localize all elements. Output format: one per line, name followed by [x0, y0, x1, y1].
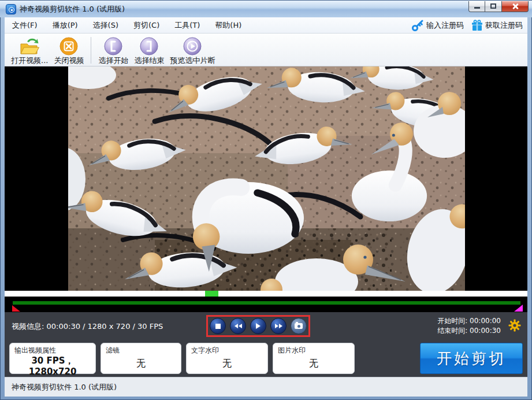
fast-forward-button[interactable] [270, 318, 287, 334]
timeline-progress [13, 301, 520, 305]
playback-controls-highlight [206, 315, 310, 337]
video-info: 视频信息: 00:00:30 / 1280 x 720 / 30 FPS [12, 321, 163, 332]
settings-button[interactable] [508, 319, 521, 332]
app-logo-icon [6, 4, 16, 14]
filter-card[interactable]: 滤镜 无 [101, 343, 181, 374]
start-time-value: 00:00:00 [470, 317, 501, 325]
minimize-icon [474, 7, 480, 9]
window-content: 文件(F) 播放(P) 选择(S) 剪切(C) 工具(T) 帮助(H) [5, 17, 527, 397]
menu-cut[interactable]: 剪切(C) [126, 17, 167, 33]
window-controls [468, 1, 529, 12]
open-video-button[interactable]: 打开视频... [8, 36, 51, 65]
image-watermark-title: 图片水印 [278, 346, 349, 355]
start-time-label: 开始时间: [437, 317, 467, 325]
get-registration-link[interactable]: 获取注册码 [471, 20, 523, 32]
text-watermark-value: 无 [191, 355, 263, 372]
camera-icon [295, 323, 303, 329]
end-time-label: 结束时间: [437, 327, 467, 335]
output-properties-card[interactable]: 输出视频属性 30 FPS，1280x720 [9, 343, 96, 374]
gift-icon [471, 20, 483, 32]
start-cut-button[interactable]: 开始剪切 [420, 343, 523, 374]
select-start-icon [103, 36, 123, 56]
window-title: 神奇视频剪切软件 1.0 (试用版) [20, 1, 125, 17]
start-marker-handle[interactable] [12, 305, 20, 312]
menu-play[interactable]: 播放(P) [45, 17, 85, 33]
position-strip[interactable] [5, 291, 527, 297]
video-info-value: 00:00:30 / 1280 x 720 / 30 FPS [47, 322, 163, 331]
open-video-icon [19, 36, 40, 56]
filter-value: 无 [106, 355, 176, 372]
stop-button[interactable] [210, 318, 226, 334]
toolbar: 打开视频... 关闭视频 [5, 34, 527, 66]
maximize-button[interactable] [485, 1, 502, 12]
status-text: 神奇视频剪切软件 1.0 (试用版) [5, 382, 117, 392]
menu-file[interactable]: 文件(F) [5, 17, 45, 33]
filter-title: 滤镜 [106, 346, 176, 355]
preview-clip-button[interactable]: 预览选中片断 [167, 36, 218, 65]
status-bar: 神奇视频剪切软件 1.0 (试用版) [5, 377, 527, 397]
menu-select[interactable]: 选择(S) [85, 17, 126, 33]
preview-clip-icon [183, 36, 202, 56]
minimize-button[interactable] [468, 1, 485, 12]
select-start-button[interactable]: 选择开始 [95, 36, 131, 65]
rewind-button[interactable] [230, 318, 246, 334]
close-icon [512, 3, 519, 10]
control-panel: 视频信息: 00:00:30 / 1280 x 720 / 30 FPS 开始时… [5, 312, 527, 377]
select-end-icon [139, 36, 159, 56]
video-info-label: 视频信息: [12, 322, 44, 331]
output-properties-title: 输出视频属性 [14, 346, 91, 355]
cards-spacer [359, 343, 415, 374]
end-time-value: 00:00:30 [470, 327, 501, 335]
menu-tools[interactable]: 工具(T) [167, 17, 207, 33]
end-marker-handle[interactable] [514, 305, 523, 312]
snapshot-button[interactable] [291, 318, 307, 334]
gear-icon [508, 319, 521, 332]
position-marker[interactable] [205, 291, 218, 297]
video-display [68, 66, 465, 291]
maximize-icon [490, 3, 496, 9]
close-video-icon [59, 36, 79, 56]
image-watermark-value: 无 [278, 355, 349, 372]
settings-cards: 输出视频属性 30 FPS，1280x720 滤镜 无 文字水印 无 图片水印 … [9, 343, 523, 374]
fast-forward-icon [275, 324, 282, 328]
image-watermark-card[interactable]: 图片水印 无 [273, 343, 355, 374]
menu-help[interactable]: 帮助(H) [207, 17, 249, 33]
app-window: 神奇视频剪切软件 1.0 (试用版) 文件(F) 播放(P) 选择(S) 剪切(… [0, 0, 532, 400]
video-area [5, 66, 527, 291]
timeline-track[interactable] [5, 297, 527, 312]
key-icon [411, 19, 424, 32]
stop-icon [215, 324, 221, 329]
toolbar-separator [91, 37, 91, 64]
text-watermark-title: 文字水印 [191, 346, 263, 355]
select-end-button[interactable]: 选择结束 [131, 36, 167, 65]
time-info: 开始时间: 00:00:00 结束时间: 00:00:30 [437, 316, 501, 336]
close-button[interactable] [502, 1, 529, 12]
output-properties-value: 30 FPS，1280x720 [14, 355, 91, 377]
text-watermark-card[interactable]: 文字水印 无 [186, 343, 268, 374]
play-icon [256, 323, 261, 329]
menu-bar: 文件(F) 播放(P) 选择(S) 剪切(C) 工具(T) 帮助(H) [5, 17, 527, 34]
title-bar: 神奇视频剪切软件 1.0 (试用版) [0, 0, 532, 17]
enter-registration-link[interactable]: 输入注册码 [411, 19, 464, 32]
rewind-icon [235, 324, 242, 328]
close-video-button[interactable]: 关闭视频 [51, 36, 87, 65]
play-button[interactable] [250, 318, 266, 334]
